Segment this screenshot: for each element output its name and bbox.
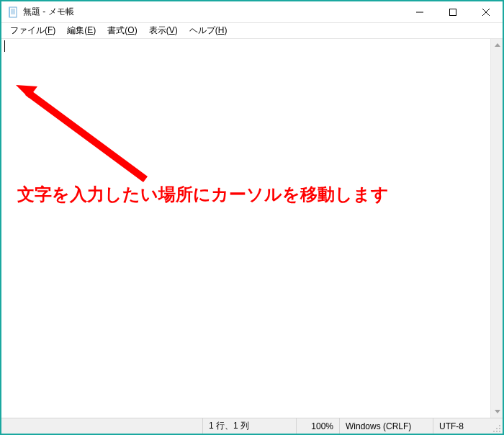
status-encoding: UTF-8 (433, 418, 490, 434)
titlebar: 無題 - メモ帳 (1, 1, 503, 23)
text-cursor-icon (4, 40, 5, 52)
notepad-window: 無題 - メモ帳 ファイル(F) 編集(E) 書式(O) 表示(V) ヘルプ(H… (0, 0, 504, 435)
notepad-icon (7, 6, 19, 18)
scroll-up-icon[interactable] (491, 39, 503, 51)
minimize-button[interactable] (403, 1, 436, 23)
window-title: 無題 - メモ帳 (23, 6, 403, 18)
menu-help[interactable]: ヘルプ(H) (184, 23, 233, 38)
menubar: ファイル(F) 編集(E) 書式(O) 表示(V) ヘルプ(H) (1, 23, 503, 39)
content-area: 文字を入力したい場所にカーソルを移動します (1, 39, 503, 418)
close-button[interactable] (469, 1, 503, 23)
status-eol: Windows (CRLF) (339, 418, 433, 434)
menu-view[interactable]: 表示(V) (143, 23, 184, 38)
svg-point-13 (496, 428, 498, 429)
maximize-button[interactable] (436, 1, 469, 23)
status-zoom: 100% (296, 418, 339, 434)
statusbar: 1 行、1 列 100% Windows (CRLF) UTF-8 (1, 418, 503, 434)
menu-format[interactable]: 書式(O) (102, 23, 143, 38)
menu-edit[interactable]: 編集(E) (61, 23, 102, 38)
svg-point-16 (496, 431, 498, 432)
svg-rect-5 (9, 7, 10, 17)
svg-point-15 (493, 431, 495, 432)
text-editor[interactable] (1, 39, 490, 418)
svg-rect-7 (450, 9, 456, 15)
svg-point-17 (499, 431, 500, 432)
svg-point-14 (499, 428, 500, 429)
status-position: 1 行、1 列 (202, 418, 296, 434)
resize-grip-icon[interactable] (490, 418, 503, 434)
vertical-scrollbar[interactable] (490, 39, 503, 418)
scroll-down-icon[interactable] (491, 405, 503, 418)
window-controls (403, 1, 503, 23)
menu-file[interactable]: ファイル(F) (4, 23, 61, 38)
svg-point-12 (499, 425, 500, 426)
